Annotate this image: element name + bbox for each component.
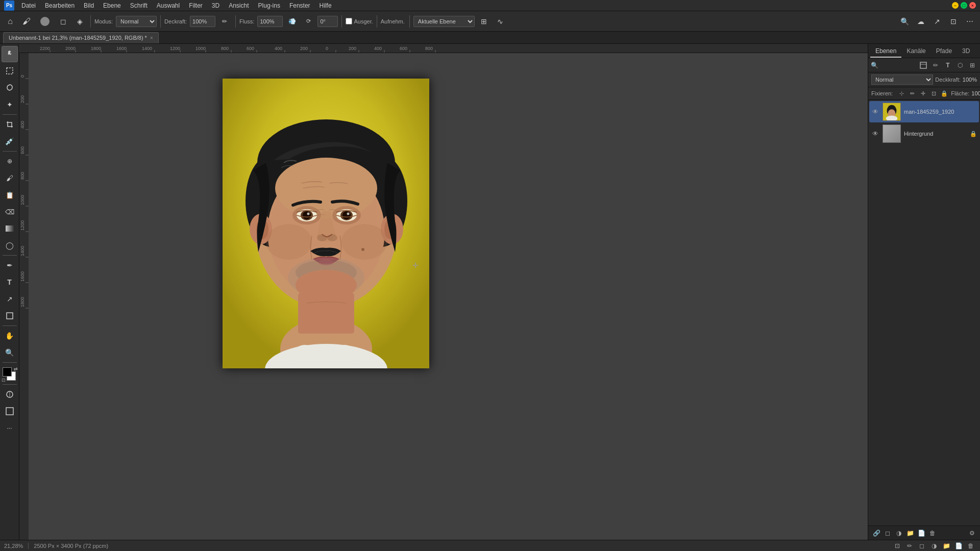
pressure-button[interactable]: ✏ — [217, 14, 232, 29]
eraser-tool[interactable]: ⌫ — [2, 204, 18, 220]
fluss-input[interactable] — [257, 16, 283, 27]
menu-ansicht[interactable]: Ansicht — [225, 1, 253, 10]
lock-all-btn[interactable]: 🔒 — [940, 89, 949, 98]
ausrichten-check[interactable]: Ausger. — [346, 18, 373, 24]
document-tab[interactable]: Unbenannt-1 bei 21,3% (man-1845259_1920,… — [3, 32, 159, 43]
menu-fenster[interactable]: Fenster — [285, 1, 314, 10]
lock-position-btn[interactable]: ⊹ — [897, 89, 906, 98]
rect-select-tool[interactable] — [2, 63, 18, 79]
panel-settings-btn[interactable]: ⚙ — [967, 528, 977, 538]
home-button[interactable]: ⌂ — [3, 14, 17, 29]
lock-artboard-btn[interactable]: ⊡ — [929, 89, 938, 98]
aktuelle-ebene-select[interactable]: Aktuelle Ebene — [413, 16, 475, 27]
pen-tool[interactable]: ✒ — [2, 257, 18, 273]
menu-bild[interactable]: Bild — [80, 1, 98, 10]
tab-kanaele[interactable]: Kanäle — [901, 45, 930, 58]
status-btn-2[interactable]: ✏ — [904, 541, 915, 551]
menu-filter[interactable]: Filter — [185, 1, 207, 10]
default-colors-button[interactable]: ⊡ — [2, 378, 6, 383]
svg-text:800: 800 — [20, 172, 25, 180]
layer-visibility-background[interactable]: 👁 — [871, 130, 879, 138]
add-mask-btn[interactable]: ◻ — [883, 528, 893, 538]
menu-schrift[interactable]: Schrift — [126, 1, 152, 10]
zoom-tool[interactable]: 🔍 — [2, 344, 18, 361]
magic-wand-tool[interactable]: ✦ — [2, 96, 18, 113]
menu-plugins[interactable]: Plug-ins — [254, 1, 284, 10]
brush-extra-button[interactable]: ◈ — [72, 14, 87, 29]
menu-3d[interactable]: 3D — [208, 1, 224, 10]
settings-btn[interactable]: ⋯ — [963, 14, 977, 29]
panel-img-btn[interactable]: ⊞ — [967, 60, 978, 71]
link-layers-btn[interactable]: 🔗 — [871, 528, 881, 538]
extra-btn-1[interactable]: ⊞ — [477, 14, 491, 29]
shape-tool[interactable] — [2, 308, 18, 324]
blend-mode-select[interactable]: Normal Multiplizieren Abblenden — [116, 16, 157, 27]
brush-mode-button[interactable]: ◻ — [56, 14, 70, 29]
tab-3d[interactable]: 3D — [957, 45, 975, 58]
gradient-tool[interactable] — [2, 220, 18, 237]
airbrush-button[interactable]: 💨 — [285, 14, 299, 29]
status-btn-3[interactable]: ◻ — [917, 541, 927, 551]
new-layer-btn[interactable]: 📄 — [916, 528, 926, 538]
panel-search-button[interactable]: 🔍 — [870, 61, 878, 69]
brush-tool-button[interactable]: 🖌 — [19, 14, 34, 29]
status-btn-1[interactable]: ⊡ — [892, 541, 902, 551]
path-select-tool[interactable]: ↗ — [2, 291, 18, 307]
panel-edit-btn[interactable]: ✏ — [930, 60, 941, 71]
arrange-btn[interactable]: ⊡ — [946, 14, 961, 29]
panel-text-btn[interactable]: T — [942, 60, 953, 71]
brush-options-button[interactable] — [36, 14, 54, 29]
screen-mode-button[interactable] — [2, 403, 18, 419]
close-button[interactable]: × — [969, 2, 976, 9]
panel-path-btn[interactable]: ⬡ — [954, 60, 966, 71]
menu-bearbeiten[interactable]: Bearbeiten — [41, 1, 79, 10]
status-btn-5[interactable]: 📁 — [941, 541, 951, 551]
move-tool[interactable] — [2, 46, 18, 62]
cloud-btn[interactable]: ☁ — [914, 14, 928, 29]
winkel-input[interactable] — [317, 16, 338, 27]
status-btn-4[interactable]: ◑ — [929, 541, 939, 551]
menu-ebene[interactable]: Ebene — [99, 1, 125, 10]
tab-ebenen[interactable]: Ebenen — [870, 45, 901, 58]
swap-colors-button[interactable]: ⇄ — [14, 366, 18, 371]
delete-layer-btn[interactable]: 🗑 — [927, 528, 938, 538]
minimize-button[interactable]: − — [952, 2, 959, 9]
layer-item-background[interactable]: 👁 Hintergrund 🔒 — [869, 123, 979, 144]
hand-tool[interactable]: ✋ — [2, 328, 18, 344]
eyedropper-tool[interactable]: 💉 — [2, 133, 18, 149]
panel-kind-btn[interactable] — [918, 60, 929, 71]
smooth-button[interactable]: ∿ — [493, 14, 507, 29]
quick-mask-button[interactable] — [2, 386, 18, 403]
menu-datei[interactable]: Datei — [17, 1, 40, 10]
canvas-area[interactable]: 2200 2000 1800 1600 1400 1200 1000 800 6… — [19, 44, 868, 540]
layer-item-portrait[interactable]: 👁 man-1845259_1920 — [869, 101, 979, 122]
adjustment-btn[interactable]: ◑ — [894, 528, 904, 538]
clone-stamp-tool[interactable]: 📋 — [2, 187, 18, 203]
menu-auswahl[interactable]: Auswahl — [153, 1, 184, 10]
layer-blend-mode-select[interactable]: Normal Multiplizieren — [871, 74, 933, 85]
crop-tool[interactable] — [2, 116, 18, 133]
text-tool[interactable]: T — [2, 274, 18, 290]
layer-visibility-portrait[interactable]: 👁 — [871, 108, 879, 116]
deckraft-input[interactable] — [190, 16, 215, 27]
canvas-viewport[interactable]: ✛ — [29, 53, 868, 540]
dodge-tool[interactable]: ◯ — [2, 237, 18, 254]
lock-move-btn[interactable]: ✛ — [918, 89, 927, 98]
more-tools-button[interactable]: ··· — [2, 420, 18, 436]
foreground-color-swatch[interactable] — [3, 367, 12, 377]
status-btn-6[interactable]: 📄 — [953, 541, 964, 551]
restore-button[interactable]: □ — [961, 2, 967, 9]
healing-tool[interactable]: ⊕ — [2, 153, 18, 169]
share-btn[interactable]: ↗ — [930, 14, 944, 29]
status-btn-7[interactable]: 🗑 — [966, 541, 976, 551]
brush-tool[interactable]: 🖌 — [2, 170, 18, 186]
group-layers-btn[interactable]: 📁 — [905, 528, 915, 538]
lock-pixels-btn[interactable]: ✏ — [908, 89, 917, 98]
menu-hilfe[interactable]: Hilfe — [315, 1, 336, 10]
tab-close-button[interactable]: × — [150, 35, 153, 41]
zoom-level: 21,28% — [4, 543, 23, 549]
tab-pfade[interactable]: Pfade — [931, 45, 957, 58]
search-btn[interactable]: 🔍 — [897, 14, 912, 29]
lasso-tool[interactable] — [2, 80, 18, 96]
winkel-button[interactable]: ⟳ — [301, 14, 315, 29]
